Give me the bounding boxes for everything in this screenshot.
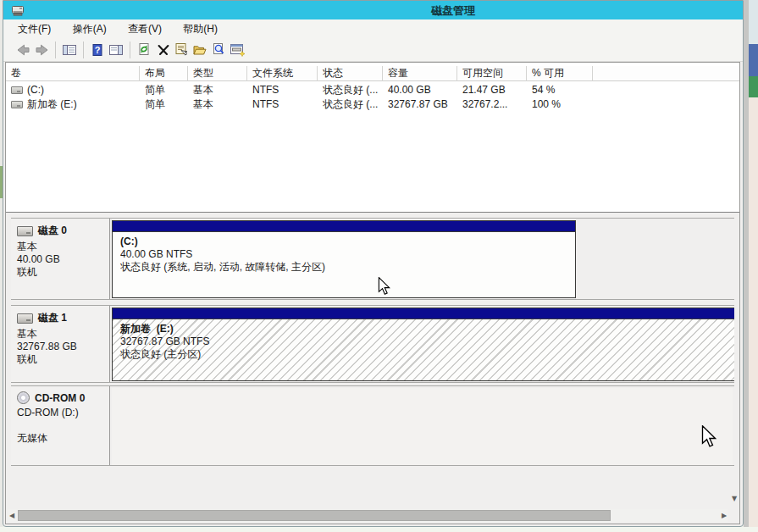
cdrom-empty-region [112, 388, 733, 465]
toolbar-separator [55, 42, 56, 58]
forward-icon[interactable] [32, 41, 51, 59]
volume-free-space: 32767.2... [457, 97, 527, 112]
volume-row-c[interactable]: (C:) 简单 基本 NTFS 状态良好 (... 40.00 GB 21.47… [6, 83, 739, 97]
title-bar[interactable]: 磁盘管理 [3, 1, 743, 19]
volume-capacity: 40.00 GB [383, 83, 457, 97]
volume-name: (C:) [27, 83, 44, 97]
disk-status: 联机 [17, 266, 106, 279]
column-header-filesystem[interactable]: 文件系统 [247, 66, 318, 81]
volume-status: 状态良好 (... [318, 83, 383, 97]
volume-name: 新加卷 (E:) [27, 97, 77, 112]
partition-size: 32767.87 GB NTFS [120, 335, 734, 348]
back-icon[interactable] [14, 41, 32, 59]
vertical-scroll-down-icon[interactable]: ▼ [732, 495, 737, 502]
window-title: 磁盘管理 [431, 3, 475, 19]
volume-status: 状态良好 (... [318, 97, 383, 112]
disk-icon [17, 313, 33, 324]
disk-name: 磁盘 1 [38, 311, 67, 325]
disk-name: 磁盘 0 [38, 224, 67, 238]
svg-text:?: ? [95, 45, 101, 55]
volume-percent-free: 54 % [527, 83, 593, 97]
desktop-edge-bottom [0, 527, 758, 532]
partition-title: (C:) [120, 236, 575, 248]
app-disk-icon [11, 3, 25, 19]
volume-list-header: 卷 布局 类型 文件系统 状态 容量 可用空间 % 可用 [6, 66, 739, 81]
menu-view[interactable]: 查看(V) [119, 19, 171, 38]
volume-free-space: 21.47 GB [457, 83, 527, 97]
desktop-edge-right [744, 0, 758, 532]
menu-file[interactable]: 文件(F) [8, 19, 60, 38]
cdrom-name: CD-ROM 0 [35, 392, 85, 404]
disk-status: 联机 [17, 353, 106, 366]
properties-icon[interactable] [172, 41, 191, 59]
disk-type: 基本 [17, 328, 106, 341]
volume-type: 基本 [188, 97, 247, 112]
column-header-status[interactable]: 状态 [318, 66, 383, 81]
desktop-strip [749, 76, 758, 97]
column-header-type[interactable]: 类型 [188, 66, 247, 81]
scroll-right-icon[interactable]: ▶ [722, 509, 727, 522]
console-content: 卷 布局 类型 文件系统 状态 容量 可用空间 % 可用 (C:) 简单 [5, 62, 740, 524]
disk-size: 40.00 GB [17, 253, 106, 266]
menu-action[interactable]: 操作(A) [64, 19, 116, 38]
disk-1-panel[interactable]: 磁盘 1 基本 32767.88 GB 联机 [11, 306, 110, 382]
volume-capacity: 32767.87 GB [383, 97, 457, 112]
volume-icon [11, 86, 23, 94]
volume-layout: 简单 [140, 97, 188, 112]
column-header-free-space[interactable]: 可用空间 [457, 66, 527, 81]
disk-management-window: 磁盘管理 文件(F) 操作(A) 查看(V) 帮助(H) [3, 0, 744, 527]
cdrom-media-status: 无媒体 [17, 432, 106, 445]
horizontal-scrollbar[interactable]: ◀ ▶ [8, 509, 728, 522]
volume-filesystem: NTFS [247, 97, 318, 112]
disk-1-row: 磁盘 1 基本 32767.88 GB 联机 新加卷 (E:) 32767.87… [11, 305, 734, 383]
disk-0-row: 磁盘 0 基本 40.00 GB 联机 (C:) 40.00 GB NTFS 状… [11, 218, 734, 300]
action-pane-icon[interactable] [107, 41, 125, 59]
delete-icon[interactable] [153, 41, 172, 59]
screen: 磁盘管理 文件(F) 操作(A) 查看(V) 帮助(H) [0, 0, 758, 532]
partition-status: 状态良好 (主分区) [120, 348, 734, 361]
volume-percent-free: 100 % [527, 97, 593, 112]
toolbar-separator [83, 42, 84, 58]
help-icon[interactable]: ? [88, 41, 107, 59]
column-header-percent-free[interactable]: % 可用 [527, 66, 593, 81]
partition-e[interactable]: 新加卷 (E:) 32767.87 GB NTFS 状态良好 (主分区) [112, 308, 734, 381]
cdrom-row: CD-ROM 0 CD-ROM (D:) 无媒体 [11, 385, 734, 466]
horizontal-scroll-thumb[interactable] [18, 510, 611, 521]
volume-type: 基本 [188, 83, 247, 97]
cdrom-panel[interactable]: CD-ROM 0 CD-ROM (D:) 无媒体 [11, 386, 110, 465]
column-header-volume[interactable]: 卷 [6, 66, 140, 81]
scroll-left-icon[interactable]: ◀ [9, 509, 14, 522]
disk-type: 基本 [17, 241, 106, 253]
partition-c[interactable]: (C:) 40.00 GB NTFS 状态良好 (系统, 启动, 活动, 故障转… [112, 220, 576, 298]
menu-bar: 文件(F) 操作(A) 查看(V) 帮助(H) [3, 19, 743, 38]
column-header-layout[interactable]: 布局 [140, 66, 188, 81]
column-header-filler [593, 66, 739, 81]
partition-title: 新加卷 (E:) [120, 323, 734, 335]
toolbar: ? [3, 38, 743, 62]
menu-help[interactable]: 帮助(H) [174, 19, 227, 38]
column-header-capacity[interactable]: 容量 [383, 66, 457, 81]
console-tree-icon[interactable] [60, 41, 79, 59]
toolbar-separator [130, 42, 130, 58]
cdrom-drive-letter: CD-ROM (D:) [17, 407, 106, 419]
primary-partition-band [113, 221, 575, 232]
volume-filesystem: NTFS [247, 83, 318, 97]
volume-icon [11, 101, 23, 108]
volume-row-e[interactable]: 新加卷 (E:) 简单 基本 NTFS 状态良好 (... 32767.87 G… [6, 97, 739, 112]
disk-size: 32767.88 GB [17, 341, 106, 353]
open-folder-icon[interactable] [191, 41, 209, 59]
disk-icon [17, 226, 33, 236]
desktop-strip [749, 97, 758, 532]
refresh-icon[interactable] [135, 41, 153, 59]
disk-0-panel[interactable]: 磁盘 0 基本 40.00 GB 联机 [11, 219, 110, 299]
search-icon[interactable] [209, 41, 228, 59]
volume-layout: 简单 [140, 83, 188, 97]
desktop-strip [749, 44, 758, 76]
desktop-strip [749, 0, 758, 44]
pane-splitter[interactable] [6, 212, 739, 213]
volume-list-pane: 卷 布局 类型 文件系统 状态 容量 可用空间 % 可用 (C:) 简单 [6, 63, 739, 212]
cdrom-icon [17, 391, 30, 404]
disk-wizard-icon[interactable] [228, 41, 246, 59]
partition-status: 状态良好 (系统, 启动, 活动, 故障转储, 主分区) [120, 261, 575, 274]
primary-partition-band [113, 308, 734, 319]
